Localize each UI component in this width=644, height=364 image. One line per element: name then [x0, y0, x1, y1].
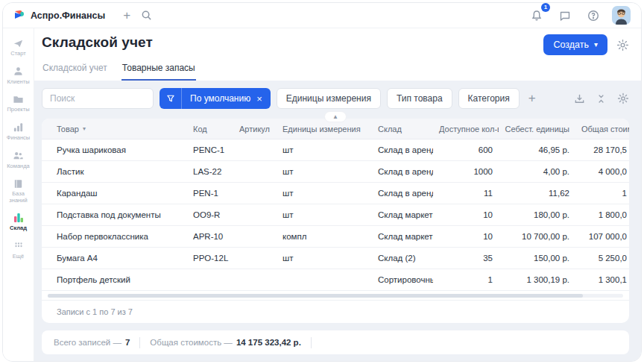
- table-cell: Склад в аренде: [372, 145, 433, 154]
- page-header: Складской учет Создать ▾: [34, 28, 641, 81]
- sidebar-item-clients[interactable]: Клиенты: [3, 64, 34, 87]
- app-logo-icon: [13, 10, 25, 22]
- divider: [139, 337, 140, 348]
- chat-icon[interactable]: [555, 6, 575, 25]
- warehouse-icon: [13, 212, 25, 224]
- table-cell: Склад маркетплейса: [372, 232, 433, 241]
- app-window: Аспро.Финансы + 1: [2, 2, 642, 362]
- tabs: Складской учет Товарные запасы: [42, 60, 629, 81]
- sidebar-item-knowledge-base[interactable]: База знаний: [3, 176, 34, 205]
- column-header: Общая стоимо: [575, 125, 629, 134]
- divider: [311, 337, 312, 348]
- add-icon[interactable]: +: [117, 6, 136, 25]
- table-cell: 1: [433, 275, 499, 284]
- sidebar-item-warehouse[interactable]: Склад: [3, 210, 34, 233]
- table-cell: шт: [277, 167, 372, 176]
- table-row[interactable]: Набор первоклассникаAPR-10комплСклад мар…: [42, 226, 629, 248]
- table-cell: Бумага А4: [42, 254, 187, 263]
- search-input[interactable]: [42, 88, 154, 109]
- collapse-rows-icon[interactable]: [596, 94, 606, 104]
- inventory-table: Товар▾КодАртикулЕдиницы измеренияСкладДо…: [42, 119, 629, 323]
- topbar: Аспро.Финансы + 1: [3, 3, 641, 28]
- sidebar: Старт Клиенты Проекты Финансы: [3, 28, 34, 361]
- records-info: Записи с 1 по 7 из 7: [42, 300, 629, 323]
- table-cell: 11: [433, 189, 499, 198]
- table-row[interactable]: КарандашPEN-1штСклад в аренде1111,621: [42, 183, 629, 204]
- table-cell: Карандаш: [42, 189, 187, 198]
- table-cell: Подставка под документы: [42, 210, 187, 219]
- filter-chip-units[interactable]: Единицы измерения: [277, 88, 381, 109]
- chevron-down-icon: ▾: [594, 41, 598, 48]
- notifications-bell-icon[interactable]: 1: [527, 6, 546, 25]
- projects-icon: [13, 93, 25, 105]
- table-row[interactable]: Ручка шариковаяPENC-1штСклад в аренде600…: [42, 139, 629, 161]
- table-cell: 46,95 р.: [499, 145, 575, 154]
- sidebar-item-start[interactable]: Старт: [3, 36, 34, 59]
- table-cell: шт: [277, 210, 372, 219]
- default-filter-chip[interactable]: По умолчанию ×: [160, 88, 271, 109]
- settings-gear-icon[interactable]: [616, 39, 629, 51]
- column-header: Себест. единицы: [499, 125, 575, 134]
- table-cell: PEN-1: [187, 189, 233, 198]
- main-area: Складской учет Создать ▾: [34, 28, 641, 361]
- table-cell: Склад в аренде: [372, 167, 433, 176]
- table-row[interactable]: ЛастикLAS-22штСклад в аренде10004,00 р.4…: [42, 161, 629, 183]
- table-cell: OO9-R: [187, 210, 233, 219]
- total-cost: Общая стоимость — 14 175 323,42 р.: [150, 338, 301, 347]
- total-records: Всего записей — 7: [54, 338, 130, 347]
- table-cell: 1000: [433, 167, 499, 176]
- table-cell: Склад маркетплейса: [372, 210, 433, 219]
- column-header: Доступное кол-во: [433, 125, 499, 134]
- team-icon: [13, 150, 25, 162]
- table-cell: 10: [433, 232, 499, 241]
- finance-icon: [13, 122, 25, 134]
- sort-icon[interactable]: ▾: [83, 125, 86, 132]
- page-title: Складской учет: [42, 34, 153, 51]
- start-icon: [13, 37, 25, 49]
- table-row[interactable]: Бумага А4PPO-12LштСклад (2)35150,00 р.5 …: [42, 248, 629, 269]
- tab-warehouse-accounting[interactable]: Складской учет: [42, 60, 108, 81]
- column-header[interactable]: Товар▾: [42, 125, 187, 134]
- column-header: Артикул: [233, 125, 277, 134]
- table-cell: 150,00 р.: [499, 254, 575, 263]
- horizontal-scrollbar[interactable]: [48, 294, 623, 298]
- sidebar-item-team[interactable]: Команда: [3, 148, 34, 172]
- table-row[interactable]: Портфель детскийСортировочный скла11 300…: [42, 269, 629, 291]
- table-wrapper: ▲ Товар▾КодАртикулЕдиницы измеренияСклад…: [42, 119, 629, 323]
- remove-filter-icon[interactable]: ×: [256, 93, 262, 104]
- sidebar-item-projects[interactable]: Проекты: [3, 92, 34, 115]
- summary-bar: Всего записей — 7 Общая стоимость — 14 1…: [42, 330, 629, 354]
- table-cell: 11,62: [499, 189, 575, 198]
- table-cell: Склад в аренде: [372, 189, 433, 198]
- table-cell: 4 000,0: [575, 167, 629, 176]
- table-cell: LAS-22: [187, 167, 233, 176]
- collapse-table-button[interactable]: ▲: [324, 111, 347, 122]
- table-cell: 10: [433, 210, 499, 219]
- export-download-icon[interactable]: [574, 93, 585, 104]
- table-cell: 1: [575, 189, 629, 198]
- table-cell: шт: [277, 254, 372, 263]
- filter-chip-product-type[interactable]: Тип товара: [387, 88, 452, 109]
- funnel-icon: [160, 88, 182, 109]
- table-cell: Ластик: [42, 167, 187, 176]
- table-row[interactable]: Подставка под документыOO9-RштСклад марк…: [42, 204, 629, 226]
- search-icon[interactable]: [136, 6, 156, 25]
- sidebar-item-finance[interactable]: Финансы: [3, 120, 34, 143]
- table-cell: компл: [277, 232, 372, 241]
- scrollbar-thumb[interactable]: [48, 294, 583, 298]
- user-avatar[interactable]: [612, 6, 631, 25]
- sidebar-item-more[interactable]: Ещё: [3, 239, 34, 262]
- table-cell: Ручка шариковая: [42, 145, 187, 154]
- table-cell: PENC-1: [187, 145, 233, 154]
- add-filter-icon[interactable]: +: [525, 91, 539, 106]
- table-settings-gear-icon[interactable]: [617, 92, 629, 104]
- table-cell: PPO-12L: [187, 254, 233, 263]
- help-icon[interactable]: [584, 6, 603, 25]
- brand[interactable]: Аспро.Финансы: [13, 10, 105, 22]
- filter-chip-category[interactable]: Категория: [458, 88, 520, 109]
- table-cell: 10 700,00 р.: [499, 232, 575, 241]
- brand-name: Аспро.Финансы: [31, 10, 105, 21]
- tab-inventory[interactable]: Товарные запасы: [121, 60, 196, 81]
- notification-badge: 1: [541, 3, 550, 12]
- create-button[interactable]: Создать ▾: [543, 34, 607, 55]
